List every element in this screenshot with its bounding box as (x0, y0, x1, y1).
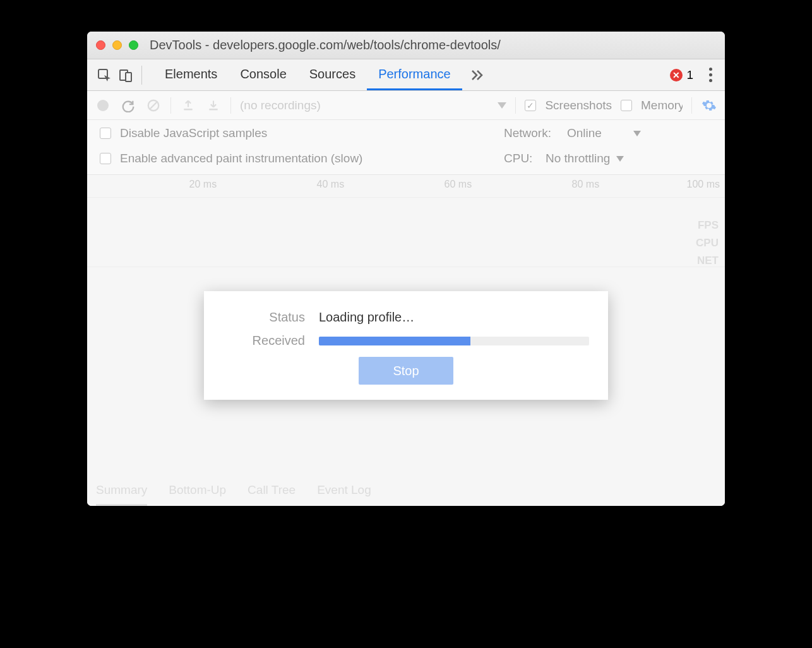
status-label: Status (223, 310, 305, 325)
record-icon[interactable] (95, 97, 111, 114)
separator (141, 66, 142, 85)
inspect-element-icon[interactable] (93, 64, 115, 86)
lane-labels: FPS CPU NET (696, 217, 719, 270)
timeline-ruler: 20 ms 40 ms 60 ms 80 ms 100 ms (87, 175, 725, 198)
svg-point-3 (97, 100, 109, 111)
load-profile-icon[interactable] (180, 97, 196, 114)
zoom-window-button[interactable] (129, 40, 138, 50)
enable-paint-checkbox[interactable] (100, 153, 111, 164)
stop-button[interactable]: Stop (359, 357, 453, 385)
titlebar: DevTools - developers.google.com/web/too… (87, 32, 725, 59)
enable-paint-label: Enable advanced paint instrumentation (s… (120, 152, 362, 165)
timeline-lanes: FPS CPU NET (87, 198, 725, 267)
ruler-tick: 60 ms (445, 179, 472, 190)
kebab-menu-icon[interactable] (702, 68, 719, 82)
chevron-down-icon (633, 131, 641, 136)
received-label: Received (223, 333, 305, 348)
minimize-window-button[interactable] (112, 40, 122, 50)
cpu-throttle-dropdown[interactable]: No throttling (546, 152, 624, 165)
bottom-tab-summary[interactable]: Summary (96, 476, 147, 506)
reload-icon[interactable] (120, 97, 136, 114)
tab-performance[interactable]: Performance (367, 59, 462, 90)
separator (170, 97, 171, 114)
memory-checkbox[interactable] (621, 100, 632, 111)
ruler-tick: 80 ms (572, 179, 600, 190)
more-tabs-icon[interactable] (466, 64, 487, 86)
clear-icon[interactable] (145, 97, 162, 114)
bottom-tab-calltree[interactable]: Call Tree (248, 476, 296, 506)
devtools-window: DevTools - developers.google.com/web/too… (87, 32, 725, 506)
ruler-tick: 100 ms (687, 179, 720, 190)
capture-settings-panel: Disable JavaScript samples Network: Onli… (87, 120, 725, 175)
window-title: DevTools - developers.google.com/web/too… (150, 38, 501, 52)
separator (230, 97, 231, 114)
lane-fps: FPS (696, 217, 719, 234)
network-throttle-value: Online (567, 126, 602, 140)
save-profile-icon[interactable] (205, 97, 222, 114)
bottom-tab-eventlog[interactable]: Event Log (317, 476, 371, 506)
loading-profile-modal: Status Loading profile… Received Stop (204, 291, 608, 400)
svg-line-5 (150, 102, 157, 109)
device-toggle-icon[interactable] (115, 64, 136, 86)
memory-label: Memory (641, 99, 683, 112)
close-window-button[interactable] (96, 40, 105, 50)
bottom-tab-bottomup[interactable]: Bottom-Up (169, 476, 226, 506)
svg-rect-7 (209, 109, 217, 111)
progress-fill (319, 337, 470, 345)
chevron-down-icon (616, 156, 624, 162)
window-traffic-lights (96, 40, 138, 50)
progress-bar (319, 337, 589, 345)
bottom-tabs: Summary Bottom-Up Call Tree Event Log (87, 476, 725, 506)
performance-toolbar: (no recordings) Screenshots Memory (87, 91, 725, 120)
recordings-dropdown[interactable]: (no recordings) (240, 99, 506, 112)
screenshots-checkbox[interactable] (525, 100, 536, 111)
recordings-label: (no recordings) (240, 99, 321, 112)
separator (691, 97, 692, 114)
network-throttle-dropdown[interactable]: Online (567, 126, 641, 140)
tab-console[interactable]: Console (229, 59, 297, 90)
gear-icon[interactable] (701, 97, 717, 114)
ruler-tick: 20 ms (189, 179, 217, 190)
svg-rect-2 (126, 73, 131, 81)
disable-js-samples-label: Disable JavaScript samples (120, 126, 267, 140)
ruler-tick: 40 ms (317, 179, 345, 190)
main-tabs-row: Elements Console Sources Performance ✕ 1 (87, 59, 725, 91)
tab-elements[interactable]: Elements (153, 59, 229, 90)
disable-js-samples-checkbox[interactable] (100, 128, 111, 139)
error-icon: ✕ (670, 69, 683, 81)
top-tabs: Elements Console Sources Performance (153, 59, 462, 90)
error-count-value: 1 (686, 68, 693, 82)
chevron-down-icon (498, 102, 506, 109)
error-count-badge[interactable]: ✕ 1 (670, 68, 693, 82)
cpu-label: CPU: (504, 152, 537, 165)
lane-cpu: CPU (696, 234, 719, 252)
svg-rect-6 (184, 109, 192, 111)
network-label: Network: (504, 126, 558, 140)
separator (515, 97, 516, 114)
cpu-throttle-value: No throttling (546, 152, 610, 165)
tab-sources[interactable]: Sources (298, 59, 367, 90)
status-value: Loading profile… (319, 310, 414, 325)
screenshots-label: Screenshots (545, 99, 612, 112)
